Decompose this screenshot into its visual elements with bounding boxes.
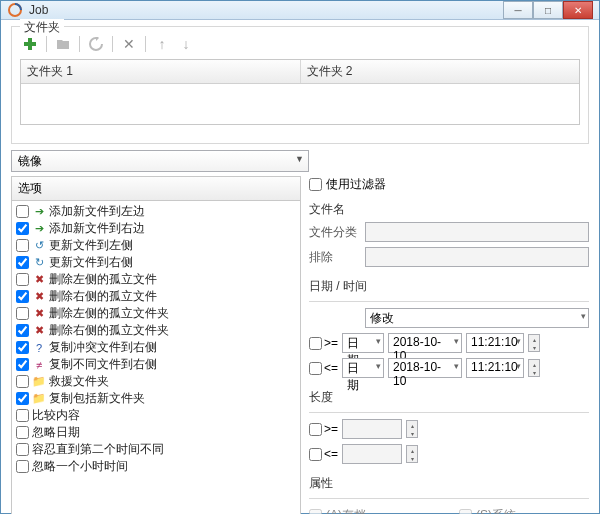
option-checkbox[interactable]	[16, 324, 29, 337]
option-checkbox[interactable]	[16, 426, 29, 439]
option-row[interactable]: 📁复制包括新文件夹	[12, 390, 300, 407]
folder-col2-header[interactable]: 文件夹 2	[301, 60, 580, 83]
option-checkbox[interactable]	[16, 409, 29, 422]
attr-system-label: (S)系统	[476, 507, 516, 514]
window: Job ─ □ ✕ 文件夹 ✕ ↑ ↓ 文件夹 1	[0, 0, 600, 514]
include-new-folder-icon: 📁	[32, 392, 46, 406]
option-row[interactable]: ↺更新文件到左侧	[12, 237, 300, 254]
option-checkbox[interactable]	[16, 222, 29, 235]
option-checkbox[interactable]	[16, 443, 29, 456]
move-down-button[interactable]: ↓	[176, 35, 196, 53]
le-label: <=	[324, 361, 338, 375]
options-list[interactable]: ➔添加新文件到左边➔添加新文件到右边↺更新文件到左侧↻更新文件到右侧✖删除左侧的…	[11, 200, 301, 514]
titlebar[interactable]: Job ─ □ ✕	[1, 1, 599, 20]
option-checkbox[interactable]	[16, 307, 29, 320]
len-le-input[interactable]	[342, 444, 402, 464]
option-checkbox[interactable]	[16, 239, 29, 252]
minimize-button[interactable]: ─	[503, 1, 533, 19]
conflict-right-icon: ?	[32, 341, 46, 355]
attr-system-checkbox[interactable]	[459, 509, 472, 514]
use-filter-checkbox[interactable]	[309, 178, 322, 191]
add-folder-button[interactable]	[20, 35, 40, 53]
time-value-1[interactable]: 11:21:10	[466, 333, 524, 353]
option-row[interactable]: ↻更新文件到右侧	[12, 254, 300, 271]
option-row[interactable]: 比较内容	[12, 407, 300, 424]
option-row[interactable]: ≠复制不同文件到右侧	[12, 356, 300, 373]
spinner-1[interactable]: ▴▾	[528, 334, 540, 352]
option-checkbox[interactable]	[16, 375, 29, 388]
option-row[interactable]: ✖删除右侧的孤立文件夹	[12, 322, 300, 339]
svg-rect-2	[24, 42, 36, 46]
option-checkbox[interactable]	[16, 460, 29, 473]
folder-table-body[interactable]	[21, 84, 579, 124]
category-input[interactable]	[365, 222, 589, 242]
option-row[interactable]: ?复制冲突文件到右侧	[12, 339, 300, 356]
app-icon	[7, 2, 23, 18]
len-ge-input[interactable]	[342, 419, 402, 439]
option-checkbox[interactable]	[16, 358, 29, 371]
option-row[interactable]: 📁救援文件夹	[12, 373, 300, 390]
option-row[interactable]: ➔添加新文件到左边	[12, 203, 300, 220]
option-label: 复制冲突文件到右侧	[49, 339, 157, 356]
option-checkbox[interactable]	[16, 392, 29, 405]
attr-archive-label: (A)存档	[326, 507, 366, 514]
date-type-1[interactable]: 日期	[342, 333, 384, 353]
option-row[interactable]: ➔添加新文件到右边	[12, 220, 300, 237]
add-right-icon: ➔	[32, 222, 46, 236]
option-label: 比较内容	[32, 407, 80, 424]
mode-dropdown[interactable]: 镜像	[11, 150, 309, 172]
folder-col1-header[interactable]: 文件夹 1	[21, 60, 301, 83]
option-label: 添加新文件到右边	[49, 220, 145, 237]
len-ge-label: >=	[324, 422, 338, 436]
maximize-button[interactable]: □	[533, 1, 563, 19]
spinner-2[interactable]: ▴▾	[528, 359, 540, 377]
option-row[interactable]: ✖删除右侧的孤立文件	[12, 288, 300, 305]
attr-archive-checkbox[interactable]	[309, 509, 322, 514]
option-label: 容忍直到第二个时间不同	[32, 441, 164, 458]
date-le-checkbox[interactable]	[309, 362, 322, 375]
divider	[309, 412, 589, 413]
del-orphan-file-right-icon: ✖	[32, 290, 46, 304]
date-ge-checkbox[interactable]	[309, 337, 322, 350]
date-value-2[interactable]: 2018-10-10	[388, 358, 462, 378]
len-le-checkbox[interactable]	[309, 448, 322, 461]
option-label: 复制包括新文件夹	[49, 390, 145, 407]
option-checkbox[interactable]	[16, 273, 29, 286]
attributes-label: 属性	[309, 475, 589, 492]
option-checkbox[interactable]	[16, 290, 29, 303]
option-checkbox[interactable]	[16, 341, 29, 354]
filename-section-label: 文件名	[309, 201, 589, 218]
date-mode-dropdown[interactable]: 修改	[365, 308, 589, 328]
folders-group: 文件夹 ✕ ↑ ↓ 文件夹 1 文件夹 2	[11, 26, 589, 144]
move-up-button[interactable]: ↑	[152, 35, 172, 53]
option-row[interactable]: 忽略日期	[12, 424, 300, 441]
update-right-icon: ↻	[32, 256, 46, 270]
separator	[145, 36, 146, 52]
len-le-label: <=	[324, 447, 338, 461]
option-row[interactable]: 容忍直到第二个时间不同	[12, 441, 300, 458]
len-ge-checkbox[interactable]	[309, 423, 322, 436]
datetime-label: 日期 / 时间	[309, 278, 589, 295]
option-row[interactable]: 忽略一个小时时间	[12, 458, 300, 475]
options-header: 选项	[11, 176, 301, 200]
option-checkbox[interactable]	[16, 256, 29, 269]
folders-toolbar: ✕ ↑ ↓	[20, 33, 580, 59]
folder-table: 文件夹 1 文件夹 2	[20, 59, 580, 125]
time-value-2[interactable]: 11:21:10	[466, 358, 524, 378]
date-value-1[interactable]: 2018-10-10	[388, 333, 462, 353]
option-checkbox[interactable]	[16, 205, 29, 218]
date-type-2[interactable]: 日期	[342, 358, 384, 378]
content: 文件夹 ✕ ↑ ↓ 文件夹 1 文件夹 2 镜像	[1, 20, 599, 514]
option-label: 删除左侧的孤立文件夹	[49, 305, 169, 322]
exclude-input[interactable]	[365, 247, 589, 267]
option-label: 删除右侧的孤立文件夹	[49, 322, 169, 339]
len-spinner-2[interactable]: ▴▾	[406, 445, 418, 463]
len-spinner-1[interactable]: ▴▾	[406, 420, 418, 438]
refresh-button[interactable]	[86, 35, 106, 53]
close-button[interactable]: ✕	[563, 1, 593, 19]
option-row[interactable]: ✖删除左侧的孤立文件夹	[12, 305, 300, 322]
open-button[interactable]	[53, 35, 73, 53]
delete-button[interactable]: ✕	[119, 35, 139, 53]
option-row[interactable]: ✖删除左侧的孤立文件	[12, 271, 300, 288]
option-label: 忽略一个小时时间	[32, 458, 128, 475]
